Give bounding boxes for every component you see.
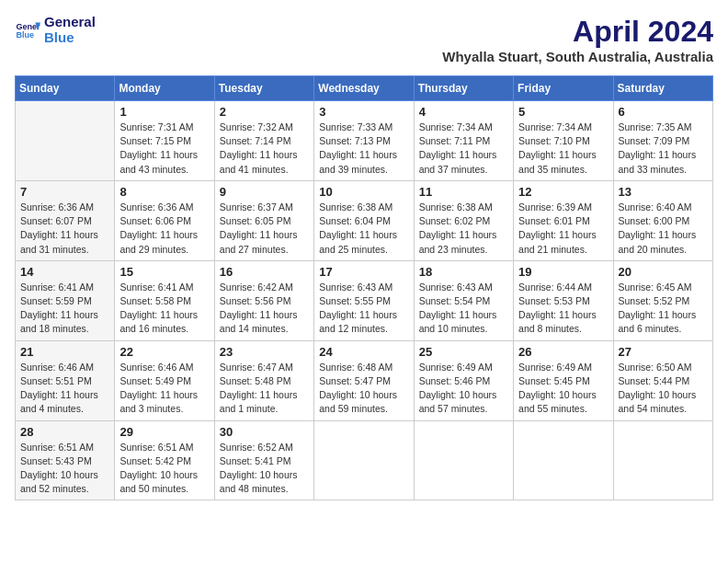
- day-number: 27: [619, 345, 708, 359]
- calendar-cell: 29Sunrise: 6:51 AMSunset: 5:42 PMDayligh…: [115, 420, 214, 500]
- calendar-cell: 26Sunrise: 6:49 AMSunset: 5:45 PMDayligh…: [514, 340, 613, 420]
- day-number: 15: [119, 265, 209, 279]
- calendar-cell: 28Sunrise: 6:51 AMSunset: 5:43 PMDayligh…: [16, 420, 115, 500]
- day-number: 14: [20, 265, 109, 279]
- day-info: Sunrise: 7:32 AMSunset: 7:14 PMDaylight:…: [220, 121, 309, 177]
- calendar-header-row: SundayMondayTuesdayWednesdayThursdayFrid…: [16, 76, 713, 101]
- logo-icon: General Blue: [15, 17, 40, 43]
- day-info: Sunrise: 7:33 AMSunset: 7:13 PMDaylight:…: [319, 121, 408, 177]
- header-monday: Monday: [115, 76, 214, 101]
- day-info: Sunrise: 6:39 AMSunset: 6:01 PMDaylight:…: [518, 201, 608, 257]
- logo-line2: Blue: [44, 30, 96, 46]
- day-number: 11: [419, 185, 508, 199]
- day-number: 19: [518, 265, 608, 279]
- week-row-5: 28Sunrise: 6:51 AMSunset: 5:43 PMDayligh…: [16, 420, 713, 500]
- day-info: Sunrise: 6:43 AMSunset: 5:54 PMDaylight:…: [419, 281, 508, 337]
- day-info: Sunrise: 6:36 AMSunset: 6:06 PMDaylight:…: [119, 201, 209, 257]
- day-info: Sunrise: 6:52 AMSunset: 5:41 PMDaylight:…: [220, 441, 309, 497]
- calendar-cell: 24Sunrise: 6:48 AMSunset: 5:47 PMDayligh…: [314, 340, 414, 420]
- calendar-cell: 6Sunrise: 7:35 AMSunset: 7:09 PMDaylight…: [613, 101, 712, 181]
- calendar-cell: 9Sunrise: 6:37 AMSunset: 6:05 PMDaylight…: [214, 180, 313, 260]
- calendar-cell: 20Sunrise: 6:45 AMSunset: 5:52 PMDayligh…: [613, 260, 712, 340]
- page-header: General Blue General Blue April 2024 Why…: [15, 15, 713, 64]
- header-tuesday: Tuesday: [214, 76, 313, 101]
- calendar-cell: 13Sunrise: 6:40 AMSunset: 6:00 PMDayligh…: [613, 180, 712, 260]
- day-number: 28: [20, 425, 109, 439]
- week-row-4: 21Sunrise: 6:46 AMSunset: 5:51 PMDayligh…: [16, 340, 713, 420]
- calendar-cell: [514, 420, 613, 500]
- calendar-cell: 30Sunrise: 6:52 AMSunset: 5:41 PMDayligh…: [214, 420, 313, 500]
- calendar-cell: 16Sunrise: 6:42 AMSunset: 5:56 PMDayligh…: [214, 260, 313, 340]
- day-number: 7: [20, 185, 109, 199]
- calendar-cell: 12Sunrise: 6:39 AMSunset: 6:01 PMDayligh…: [514, 180, 613, 260]
- day-number: 25: [419, 345, 508, 359]
- day-info: Sunrise: 6:43 AMSunset: 5:55 PMDaylight:…: [319, 281, 408, 337]
- calendar-cell: [414, 420, 513, 500]
- day-number: 26: [518, 345, 608, 359]
- day-info: Sunrise: 6:45 AMSunset: 5:52 PMDaylight:…: [619, 281, 708, 337]
- title-block: April 2024 Whyalla Stuart, South Austral…: [442, 15, 713, 64]
- calendar-cell: 21Sunrise: 6:46 AMSunset: 5:51 PMDayligh…: [16, 340, 115, 420]
- day-number: 5: [518, 105, 608, 119]
- calendar-body: 1Sunrise: 7:31 AMSunset: 7:15 PMDaylight…: [16, 101, 713, 500]
- calendar-cell: 1Sunrise: 7:31 AMSunset: 7:15 PMDaylight…: [115, 101, 214, 181]
- day-info: Sunrise: 6:40 AMSunset: 6:00 PMDaylight:…: [619, 201, 708, 257]
- header-wednesday: Wednesday: [314, 76, 414, 101]
- calendar-cell: 8Sunrise: 6:36 AMSunset: 6:06 PMDaylight…: [115, 180, 214, 260]
- day-number: 12: [518, 185, 608, 199]
- day-info: Sunrise: 7:35 AMSunset: 7:09 PMDaylight:…: [619, 121, 708, 177]
- calendar-cell: 17Sunrise: 6:43 AMSunset: 5:55 PMDayligh…: [314, 260, 414, 340]
- day-number: 17: [319, 265, 408, 279]
- day-info: Sunrise: 6:37 AMSunset: 6:05 PMDaylight:…: [220, 201, 309, 257]
- calendar-cell: [16, 101, 115, 181]
- week-row-1: 1Sunrise: 7:31 AMSunset: 7:15 PMDaylight…: [16, 101, 713, 181]
- day-number: 30: [220, 425, 309, 439]
- location-title: Whyalla Stuart, South Australia, Austral…: [442, 49, 713, 64]
- day-info: Sunrise: 6:46 AMSunset: 5:51 PMDaylight:…: [20, 361, 109, 417]
- logo-line1: General: [44, 15, 96, 30]
- calendar-cell: 11Sunrise: 6:38 AMSunset: 6:02 PMDayligh…: [414, 180, 513, 260]
- calendar-table: SundayMondayTuesdayWednesdayThursdayFrid…: [15, 75, 713, 500]
- day-number: 23: [220, 345, 309, 359]
- day-number: 20: [619, 265, 708, 279]
- day-info: Sunrise: 6:48 AMSunset: 5:47 PMDaylight:…: [319, 361, 408, 417]
- header-saturday: Saturday: [613, 76, 712, 101]
- month-title: April 2024: [442, 15, 713, 49]
- day-number: 18: [419, 265, 508, 279]
- day-info: Sunrise: 7:34 AMSunset: 7:10 PMDaylight:…: [518, 121, 608, 177]
- day-number: 4: [419, 105, 508, 119]
- day-info: Sunrise: 6:41 AMSunset: 5:59 PMDaylight:…: [20, 281, 109, 337]
- day-number: 21: [20, 345, 109, 359]
- calendar-cell: 3Sunrise: 7:33 AMSunset: 7:13 PMDaylight…: [314, 101, 414, 181]
- day-number: 3: [319, 105, 408, 119]
- day-number: 2: [220, 105, 309, 119]
- calendar-cell: 19Sunrise: 6:44 AMSunset: 5:53 PMDayligh…: [514, 260, 613, 340]
- week-row-3: 14Sunrise: 6:41 AMSunset: 5:59 PMDayligh…: [16, 260, 713, 340]
- day-info: Sunrise: 6:38 AMSunset: 6:04 PMDaylight:…: [319, 201, 408, 257]
- day-number: 16: [220, 265, 309, 279]
- day-info: Sunrise: 6:49 AMSunset: 5:46 PMDaylight:…: [419, 361, 508, 417]
- calendar-cell: 4Sunrise: 7:34 AMSunset: 7:11 PMDaylight…: [414, 101, 513, 181]
- day-info: Sunrise: 6:46 AMSunset: 5:49 PMDaylight:…: [119, 361, 209, 417]
- week-row-2: 7Sunrise: 6:36 AMSunset: 6:07 PMDaylight…: [16, 180, 713, 260]
- day-info: Sunrise: 6:41 AMSunset: 5:58 PMDaylight:…: [119, 281, 209, 337]
- calendar-cell: 5Sunrise: 7:34 AMSunset: 7:10 PMDaylight…: [514, 101, 613, 181]
- day-info: Sunrise: 6:38 AMSunset: 6:02 PMDaylight:…: [419, 201, 508, 257]
- calendar-cell: 14Sunrise: 6:41 AMSunset: 5:59 PMDayligh…: [16, 260, 115, 340]
- day-info: Sunrise: 6:49 AMSunset: 5:45 PMDaylight:…: [518, 361, 608, 417]
- day-number: 1: [119, 105, 209, 119]
- calendar-cell: 7Sunrise: 6:36 AMSunset: 6:07 PMDaylight…: [16, 180, 115, 260]
- day-info: Sunrise: 6:47 AMSunset: 5:48 PMDaylight:…: [220, 361, 309, 417]
- calendar-cell: 18Sunrise: 6:43 AMSunset: 5:54 PMDayligh…: [414, 260, 513, 340]
- calendar-cell: 15Sunrise: 6:41 AMSunset: 5:58 PMDayligh…: [115, 260, 214, 340]
- calendar-cell: 23Sunrise: 6:47 AMSunset: 5:48 PMDayligh…: [214, 340, 313, 420]
- day-info: Sunrise: 6:50 AMSunset: 5:44 PMDaylight:…: [619, 361, 708, 417]
- day-number: 29: [119, 425, 209, 439]
- calendar-cell: [613, 420, 712, 500]
- header-friday: Friday: [514, 76, 613, 101]
- logo: General Blue General Blue: [15, 15, 96, 45]
- day-info: Sunrise: 6:36 AMSunset: 6:07 PMDaylight:…: [20, 201, 109, 257]
- calendar-cell: [314, 420, 414, 500]
- day-info: Sunrise: 7:31 AMSunset: 7:15 PMDaylight:…: [119, 121, 209, 177]
- day-number: 13: [619, 185, 708, 199]
